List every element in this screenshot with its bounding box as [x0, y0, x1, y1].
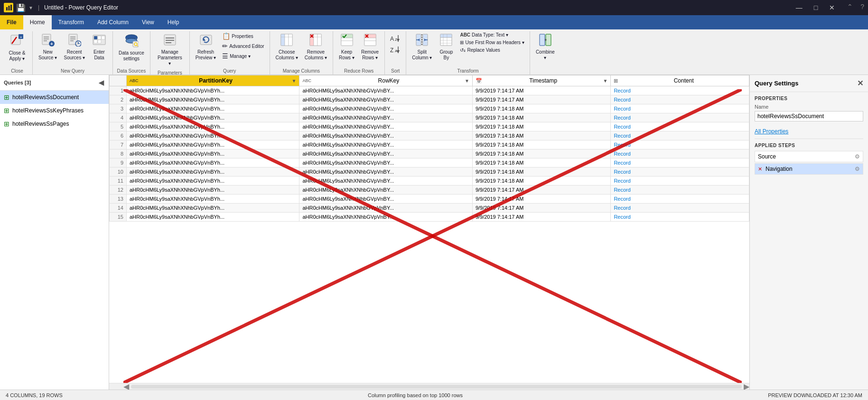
record-link[interactable]: Record — [614, 187, 630, 193]
manage-button[interactable]: ☰ Manage ▾ — [220, 51, 266, 61]
record-link[interactable]: Record — [614, 169, 630, 175]
manage-parameters-button[interactable]: ManageParameters ▾ — [153, 31, 187, 68]
record-link[interactable]: Record — [614, 142, 630, 148]
close-button[interactable]: ✕ — [826, 3, 838, 12]
record-link[interactable]: Record — [614, 151, 630, 157]
record-link[interactable]: Record — [614, 196, 630, 202]
table-container[interactable]: ABC PartitionKey ▼ ABC RowKey ▼ — [109, 75, 749, 383]
record-link[interactable]: Record — [614, 124, 630, 130]
record-link[interactable]: Record — [614, 115, 630, 121]
split-column-button[interactable]: SplitColumn ▾ — [409, 31, 435, 63]
record-link[interactable]: Record — [614, 205, 630, 211]
tab-file[interactable]: File — [0, 15, 23, 29]
step-navigation-gear[interactable]: ⚙ — [855, 166, 860, 172]
advanced-editor-button[interactable]: ✏ Advanced Editor — [220, 41, 266, 51]
refresh-svg — [199, 33, 213, 47]
partition-key-cell: aHR0cHM6Ly9saXNhXNhbGVpVnBYh... — [127, 204, 299, 213]
enter-data-icon — [93, 33, 106, 48]
step-source[interactable]: Source ⚙ — [755, 151, 863, 162]
maximize-button[interactable]: □ — [811, 3, 821, 12]
sort-desc-button[interactable]: Z A — [388, 45, 403, 55]
record-link[interactable]: Record — [614, 133, 630, 139]
tab-view[interactable]: View — [135, 15, 161, 29]
combine-button[interactable]: Combine▾ — [533, 31, 558, 63]
save-icon[interactable]: 💾 — [16, 3, 26, 12]
enter-data-button[interactable]: EnterData — [89, 31, 110, 63]
timestamp-dropdown[interactable]: ▼ — [603, 78, 608, 84]
table-row[interactable]: 8 aHR0cHM6Ly9saXNhXNhbGVpVnBYh... aHR0cH… — [110, 149, 749, 158]
quick-access-dropdown[interactable]: ▼ — [28, 5, 33, 10]
record-link[interactable]: Record — [614, 160, 630, 166]
table-row[interactable]: 6 aHR0cHM6Ly9saXNhXNhbGVpVnBYh... aHR0cH… — [110, 131, 749, 140]
recent-sources-button[interactable]: RecentSources ▾ — [61, 31, 87, 63]
record-link[interactable]: Record — [614, 97, 630, 102]
step-navigation[interactable]: ✕ Navigation ⚙ — [755, 163, 863, 175]
col-header-content[interactable]: ⊞ Content — [611, 75, 749, 86]
refresh-preview-button[interactable]: RefreshPreview ▾ — [193, 31, 219, 63]
group-by-button[interactable]: GroupBy — [436, 31, 457, 63]
table-row[interactable]: 2 aHR0cHM6Ly9saXNhXNhbGVpVnBYh... aHR0cH… — [110, 95, 749, 104]
query-item-hotel-reviews-document[interactable]: ⊞ hotelReviewsSsDocument — [0, 91, 109, 104]
table-row[interactable]: 13 aHR0cHM6Ly9saXNhXNhbGVpVnBYh... aHR0c… — [110, 195, 749, 204]
table-row[interactable]: 5 aHR0cHM6Ly9saXNhXNhbGVpVnBYh... aHR0cH… — [110, 122, 749, 131]
tab-transform[interactable]: Transform — [52, 15, 91, 29]
table-row[interactable]: 1 aHR0cHM6Ly9saXNhXNhbGVpVnBYh... aHR0cH… — [110, 86, 749, 95]
record-link[interactable]: Record — [614, 106, 630, 112]
col-header-timestamp[interactable]: 📅 Timestamp ▼ — [472, 75, 611, 86]
ribbon-collapse-icon[interactable]: ⌃ — [847, 3, 853, 12]
query-item-hotel-reviews-pages[interactable]: ⊞ hotelReviewsSsPages — [0, 117, 109, 130]
sort-asc-button[interactable]: A Z — [388, 33, 403, 44]
row-key-dropdown[interactable]: ▼ — [465, 78, 469, 84]
help-icon[interactable]: ? — [860, 3, 864, 12]
step-source-label: Source — [758, 153, 776, 160]
all-properties-link[interactable]: All Properties — [755, 128, 788, 135]
remove-rows-button[interactable]: RemoveRows ▾ — [358, 31, 382, 63]
keep-rows-button[interactable]: KeepRows ▾ — [336, 31, 357, 63]
tab-help[interactable]: Help — [161, 15, 186, 29]
table-row[interactable]: 4 aHR0cHM6Ly9saXNhXNhbGVpVnBYh... aHR0cH… — [110, 113, 749, 122]
scroll-left-icon[interactable]: ◀ — [123, 382, 129, 390]
step-source-gear[interactable]: ⚙ — [855, 153, 860, 160]
record-link[interactable]: Record — [614, 178, 630, 184]
table-row[interactable]: 15 aHR0cHM6Ly9saXNhXNhbGVpVnBYh... aHR0c… — [110, 213, 749, 222]
new-source-button[interactable]: + NewSource ▾ — [36, 31, 60, 63]
horizontal-scrollbar[interactable]: ◀ ▶ — [109, 383, 749, 390]
table-row[interactable]: 9 aHR0cHM6Ly9saXNhXNhbGVpVnBYh... aHR0cH… — [110, 158, 749, 167]
table-row[interactable]: 10 aHR0cHM6Ly9saXNhXNhbGVpVnBYh... aHR0c… — [110, 167, 749, 177]
table-row[interactable]: 7 aHR0cHM6Ly9saXNhXNhbGVpVnBYh... aHR0cH… — [110, 140, 749, 149]
apply-close-label: Close &Apply ▾ — [9, 50, 25, 62]
split-column-label: SplitColumn ▾ — [412, 49, 432, 61]
col-header-row-key[interactable]: ABC RowKey ▼ — [299, 75, 472, 86]
replace-values-button[interactable]: ↺₂ Replace Values — [457, 47, 526, 54]
tab-home[interactable]: Home — [23, 15, 52, 29]
h-scrollbar-track[interactable] — [131, 385, 742, 389]
data-source-settings-button[interactable]: Data sourcesettings — [116, 31, 147, 64]
first-row-headers-button[interactable]: ⊞ Use First Row as Headers ▾ — [457, 39, 526, 46]
collapse-queries-button[interactable]: ◀ — [98, 78, 105, 87]
query-item-hotel-reviews-keyphrases[interactable]: ⊞ hotelReviewsSsKeyPhrases — [0, 104, 109, 117]
row-key-cell: aHR0cHM6Ly9saXNhXNhbGVpVnBY... — [299, 95, 472, 104]
apply-close-button[interactable]: ≡ Close &Apply ▾ — [5, 31, 29, 64]
name-input[interactable] — [755, 111, 863, 121]
choose-cols-svg — [280, 33, 293, 47]
settings-close-button[interactable]: ✕ — [857, 79, 863, 88]
manage-columns-group-label: Manage Columns — [273, 68, 330, 74]
remove-columns-button[interactable]: RemoveColumns ▾ — [302, 31, 330, 63]
combine-svg — [539, 33, 552, 47]
table-row[interactable]: 14 aHR0cHM6Ly9saXNhXNhbGVpVnBYh... aHR0c… — [110, 204, 749, 213]
col-header-partition-key[interactable]: ABC PartitionKey ▼ — [127, 75, 299, 86]
table-row[interactable]: 11 aHR0cHM6Ly9saXNhXNhbGVpVnBYh... aHR0c… — [110, 177, 749, 186]
tab-add-column[interactable]: Add Column — [91, 15, 135, 29]
partition-key-dropdown[interactable]: ▼ — [292, 78, 297, 84]
table-row[interactable]: 12 aHR0cHM6Ly9saXNhXNhbGVpVnBYh... aHR0c… — [110, 186, 749, 195]
properties-button[interactable]: 📋 Properties — [220, 31, 266, 41]
choose-columns-button[interactable]: ChooseColumns ▾ — [273, 31, 301, 63]
data-type-button[interactable]: ABC Data Type: Text ▾ — [457, 31, 526, 38]
record-link[interactable]: Record — [614, 214, 630, 220]
table-row[interactable]: 3 aHR0cHM6Ly9saXNhXNhbGVpVnBYh... aHR0cH… — [110, 104, 749, 113]
row-num-cell: 3 — [110, 104, 127, 113]
partition-key-cell: aHR0cHM6Ly9saXNhXNhbGVpVnBYh... — [127, 113, 299, 122]
minimize-button[interactable]: — — [793, 3, 805, 12]
record-link[interactable]: Record — [614, 88, 630, 93]
scroll-right-icon[interactable]: ▶ — [744, 382, 749, 390]
